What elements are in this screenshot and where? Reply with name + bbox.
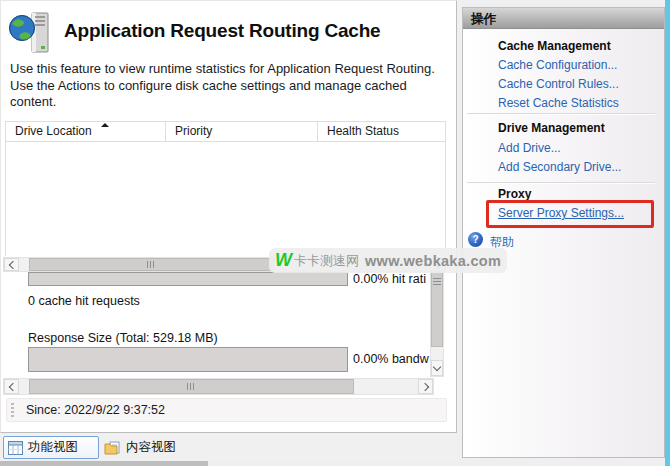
folder-icon <box>104 441 121 455</box>
separator <box>467 113 655 115</box>
drag-grip-icon[interactable] <box>11 403 14 418</box>
thumb-grip-icon <box>147 261 156 268</box>
link-add-secondary-drive[interactable]: Add Secondary Drive... <box>498 160 621 174</box>
bottom-edge-strip <box>0 461 208 466</box>
response-size-text: Response Size (Total: 529.18 MB) <box>28 331 218 345</box>
stats-vertical-scrollbar[interactable] <box>430 271 444 377</box>
group-cache-management: Cache Management <box>498 39 611 53</box>
table-body-empty[interactable] <box>6 142 445 256</box>
tab-content-view[interactable]: 内容视图 <box>102 436 188 459</box>
thumb-grip-icon <box>187 383 196 390</box>
group-drive-management: Drive Management <box>498 121 605 135</box>
page-title: Application Request Routing Cache <box>64 20 380 42</box>
scroll-down-button[interactable] <box>431 360 443 376</box>
bandwidth-label: 0.00% bandw <box>353 352 430 366</box>
actions-pane: 操作 Cache Management Cache Configuration.… <box>462 7 665 458</box>
thumb-grip-icon <box>433 278 441 286</box>
scroll-left-button[interactable] <box>4 258 19 271</box>
group-proxy: Proxy <box>498 187 531 201</box>
column-label: Health Status <box>327 124 399 138</box>
column-header-drive-location[interactable]: Drive Location <box>6 122 166 141</box>
chevron-left-icon <box>8 382 16 390</box>
stats-horizontal-scrollbar[interactable] <box>3 378 434 395</box>
scrollbar-thumb[interactable] <box>29 379 354 394</box>
scrollbar-thumb[interactable] <box>29 258 274 271</box>
cache-hit-requests-text: 0 cache hit requests <box>28 294 140 308</box>
scroll-right-button[interactable] <box>418 379 433 394</box>
watermark-site-name: 卡卡测速网 <box>294 252 359 270</box>
separator <box>467 182 655 184</box>
chevron-right-icon <box>420 382 428 390</box>
scrollbar-thumb[interactable] <box>431 272 443 347</box>
link-reset-cache-statistics[interactable]: Reset Cache Statistics <box>498 96 619 110</box>
table-header-row: Drive Location Priority Health Status <box>6 122 445 142</box>
link-add-drive[interactable]: Add Drive... <box>498 141 561 155</box>
main-content-panel: Application Request Routing Cache Use th… <box>0 0 457 433</box>
since-text: Since: 2022/9/22 9:37:52 <box>26 403 165 417</box>
iis-arr-cache-screen: Application Request Routing Cache Use th… <box>0 0 670 466</box>
watermark-url: www.webkaka.com <box>365 253 501 269</box>
scroll-left-button[interactable] <box>4 379 19 394</box>
red-highlight-box <box>486 200 654 228</box>
actions-pane-title: 操作 <box>463 8 664 29</box>
tab-features-view[interactable]: 功能视图 <box>3 436 99 459</box>
watermark: W 卡卡测速网 www.webkaka.com <box>269 248 507 273</box>
sort-asc-icon <box>101 123 109 127</box>
window-edge-strip <box>665 0 670 466</box>
tab-label: 内容视图 <box>126 439 176 456</box>
arr-globe-server-icon <box>8 12 58 56</box>
watermark-logo: W <box>275 250 292 271</box>
bandwidth-progress-bar <box>28 347 348 372</box>
link-cache-configuration[interactable]: Cache Configuration... <box>498 58 617 72</box>
page-description: Use this feature to view runtime statist… <box>10 61 446 111</box>
tab-label: 功能视图 <box>28 439 78 456</box>
hit-ratio-label: 0.00% hit rati <box>353 272 430 286</box>
since-status-bar: Since: 2022/9/22 9:37:52 <box>6 398 447 422</box>
column-header-priority[interactable]: Priority <box>166 122 318 141</box>
chevron-left-icon <box>8 260 16 268</box>
chevron-down-icon <box>433 363 441 371</box>
view-tabbar: 功能视图 内容视图 <box>0 433 457 461</box>
table-grid-icon <box>8 441 23 455</box>
column-label: Priority <box>175 124 212 138</box>
column-header-health-status[interactable]: Health Status <box>318 122 445 141</box>
help-icon[interactable] <box>468 232 483 247</box>
link-cache-control-rules[interactable]: Cache Control Rules... <box>498 77 619 91</box>
column-label: Drive Location <box>15 124 92 138</box>
hit-ratio-progress-bar <box>28 272 348 286</box>
drives-table: Drive Location Priority Health Status <box>5 121 446 256</box>
